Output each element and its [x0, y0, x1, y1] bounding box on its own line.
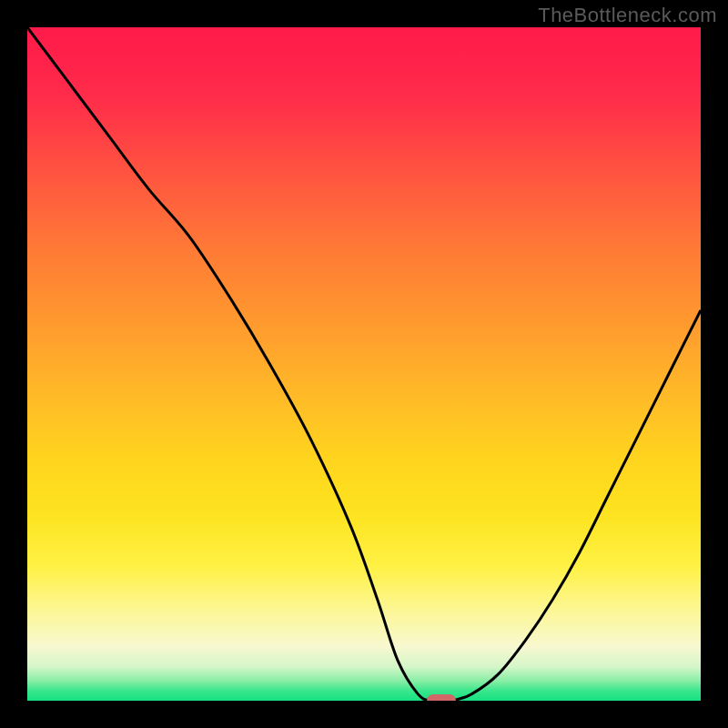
chart-frame: TheBottleneck.com: [0, 0, 728, 728]
plot-area: [27, 27, 701, 701]
bottleneck-curve: [27, 27, 701, 701]
watermark-text: TheBottleneck.com: [538, 4, 717, 27]
optimal-marker: [427, 694, 456, 701]
curve-path: [27, 27, 701, 701]
